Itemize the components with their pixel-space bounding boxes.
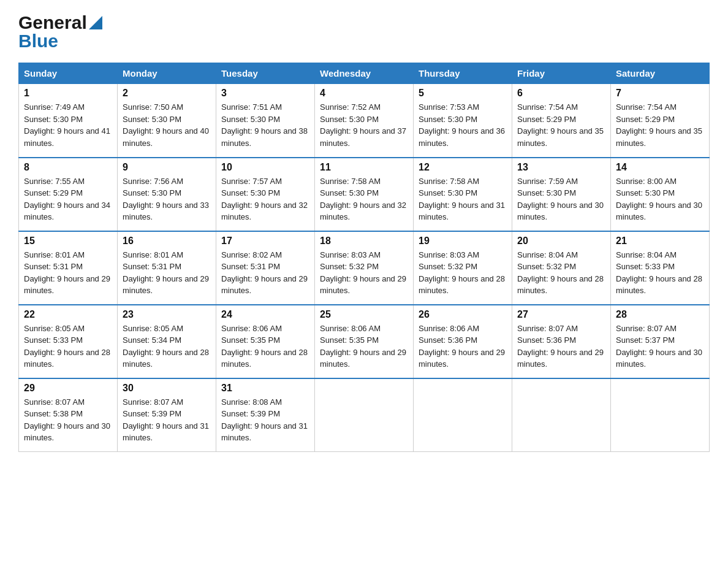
calendar-day-cell: 25Sunrise: 8:06 AMSunset: 5:35 PMDayligh… [315, 305, 414, 378]
day-info: Sunrise: 8:05 AMSunset: 5:34 PMDaylight:… [123, 324, 209, 369]
day-info: Sunrise: 8:03 AMSunset: 5:32 PMDaylight:… [419, 250, 505, 296]
day-info: Sunrise: 7:56 AMSunset: 5:30 PMDaylight:… [123, 177, 209, 222]
calendar-day-cell: 19Sunrise: 8:03 AMSunset: 5:32 PMDayligh… [414, 231, 512, 305]
logo-blue-text: Blue [18, 31, 58, 52]
calendar-header-row: Sunday Monday Tuesday Wednesday Thursday… [19, 63, 710, 84]
logo: General Blue [18, 12, 102, 52]
day-info: Sunrise: 7:58 AMSunset: 5:30 PMDaylight:… [419, 177, 505, 222]
day-number: 31 [221, 383, 309, 394]
calendar-day-cell: 22Sunrise: 8:05 AMSunset: 5:33 PMDayligh… [19, 305, 118, 378]
day-info: Sunrise: 7:50 AMSunset: 5:30 PMDaylight:… [123, 102, 209, 148]
day-number: 30 [123, 383, 211, 394]
day-info: Sunrise: 8:07 AMSunset: 5:39 PMDaylight:… [123, 397, 209, 443]
calendar-week-row: 1Sunrise: 7:49 AMSunset: 5:30 PMDaylight… [19, 84, 710, 158]
day-number: 22 [24, 309, 112, 320]
calendar-week-row: 15Sunrise: 8:01 AMSunset: 5:31 PMDayligh… [19, 231, 710, 305]
day-number: 8 [24, 162, 112, 173]
logo-triangle-icon [89, 16, 102, 29]
calendar-day-cell: 6Sunrise: 7:54 AMSunset: 5:29 PMDaylight… [512, 84, 611, 158]
header: General Blue [18, 12, 710, 52]
calendar-day-cell: 23Sunrise: 8:05 AMSunset: 5:34 PMDayligh… [118, 305, 216, 378]
day-info: Sunrise: 8:04 AMSunset: 5:32 PMDaylight:… [517, 250, 604, 296]
day-number: 28 [616, 309, 704, 320]
calendar-day-cell [315, 378, 414, 452]
day-info: Sunrise: 7:49 AMSunset: 5:30 PMDaylight:… [24, 102, 110, 148]
svg-marker-0 [89, 16, 102, 29]
day-number: 17 [221, 236, 309, 247]
calendar-day-cell: 28Sunrise: 8:07 AMSunset: 5:37 PMDayligh… [611, 305, 710, 378]
calendar-day-cell: 15Sunrise: 8:01 AMSunset: 5:31 PMDayligh… [19, 231, 118, 305]
calendar-week-row: 8Sunrise: 7:55 AMSunset: 5:29 PMDaylight… [19, 158, 710, 231]
calendar-day-cell: 30Sunrise: 8:07 AMSunset: 5:39 PMDayligh… [118, 378, 216, 452]
day-number: 23 [123, 309, 211, 320]
col-saturday: Saturday [611, 63, 710, 84]
day-number: 19 [419, 236, 507, 247]
day-info: Sunrise: 7:51 AMSunset: 5:30 PMDaylight:… [221, 102, 308, 148]
day-info: Sunrise: 8:03 AMSunset: 5:32 PMDaylight:… [320, 250, 406, 296]
day-info: Sunrise: 8:06 AMSunset: 5:36 PMDaylight:… [419, 324, 505, 369]
day-number: 2 [123, 88, 211, 99]
day-number: 5 [419, 88, 507, 99]
calendar-week-row: 22Sunrise: 8:05 AMSunset: 5:33 PMDayligh… [19, 305, 710, 378]
calendar-day-cell: 12Sunrise: 7:58 AMSunset: 5:30 PMDayligh… [414, 158, 512, 231]
calendar-day-cell: 27Sunrise: 8:07 AMSunset: 5:36 PMDayligh… [512, 305, 611, 378]
day-number: 11 [320, 162, 408, 173]
day-number: 25 [320, 309, 408, 320]
day-number: 27 [517, 309, 605, 320]
day-info: Sunrise: 8:08 AMSunset: 5:39 PMDaylight:… [221, 397, 308, 443]
calendar-day-cell: 2Sunrise: 7:50 AMSunset: 5:30 PMDaylight… [118, 84, 216, 158]
calendar-day-cell: 8Sunrise: 7:55 AMSunset: 5:29 PMDaylight… [19, 158, 118, 231]
calendar-day-cell [414, 378, 512, 452]
logo-general-text: General [18, 12, 87, 33]
col-sunday: Sunday [19, 63, 118, 84]
calendar-day-cell: 4Sunrise: 7:52 AMSunset: 5:30 PMDaylight… [315, 84, 414, 158]
day-info: Sunrise: 7:55 AMSunset: 5:29 PMDaylight:… [24, 177, 110, 222]
day-number: 15 [24, 236, 112, 247]
day-number: 12 [419, 162, 507, 173]
calendar-day-cell: 9Sunrise: 7:56 AMSunset: 5:30 PMDaylight… [118, 158, 216, 231]
day-info: Sunrise: 8:07 AMSunset: 5:37 PMDaylight:… [616, 324, 702, 369]
day-info: Sunrise: 7:54 AMSunset: 5:29 PMDaylight:… [616, 102, 702, 148]
day-number: 4 [320, 88, 408, 99]
day-number: 1 [24, 88, 112, 99]
calendar-week-row: 29Sunrise: 8:07 AMSunset: 5:38 PMDayligh… [19, 378, 710, 452]
day-number: 24 [221, 309, 309, 320]
day-info: Sunrise: 8:02 AMSunset: 5:31 PMDaylight:… [221, 250, 308, 296]
day-info: Sunrise: 8:06 AMSunset: 5:35 PMDaylight:… [320, 324, 406, 369]
day-number: 7 [616, 88, 704, 99]
calendar-day-cell: 14Sunrise: 8:00 AMSunset: 5:30 PMDayligh… [611, 158, 710, 231]
calendar-day-cell: 13Sunrise: 7:59 AMSunset: 5:30 PMDayligh… [512, 158, 611, 231]
day-number: 18 [320, 236, 408, 247]
day-number: 9 [123, 162, 211, 173]
calendar-day-cell: 24Sunrise: 8:06 AMSunset: 5:35 PMDayligh… [216, 305, 315, 378]
day-number: 3 [221, 88, 309, 99]
day-info: Sunrise: 8:06 AMSunset: 5:35 PMDaylight:… [221, 324, 308, 369]
day-number: 10 [221, 162, 309, 173]
calendar-day-cell [512, 378, 611, 452]
day-info: Sunrise: 8:01 AMSunset: 5:31 PMDaylight:… [123, 250, 209, 296]
day-number: 26 [419, 309, 507, 320]
col-monday: Monday [118, 63, 216, 84]
calendar-day-cell: 31Sunrise: 8:08 AMSunset: 5:39 PMDayligh… [216, 378, 315, 452]
calendar-day-cell: 7Sunrise: 7:54 AMSunset: 5:29 PMDaylight… [611, 84, 710, 158]
calendar-day-cell [611, 378, 710, 452]
col-thursday: Thursday [414, 63, 512, 84]
day-number: 16 [123, 236, 211, 247]
day-info: Sunrise: 8:05 AMSunset: 5:33 PMDaylight:… [24, 324, 110, 369]
col-wednesday: Wednesday [315, 63, 414, 84]
day-info: Sunrise: 7:52 AMSunset: 5:30 PMDaylight:… [320, 102, 406, 148]
day-info: Sunrise: 8:00 AMSunset: 5:30 PMDaylight:… [616, 177, 702, 222]
day-info: Sunrise: 8:07 AMSunset: 5:36 PMDaylight:… [517, 324, 604, 369]
day-info: Sunrise: 8:04 AMSunset: 5:33 PMDaylight:… [616, 250, 702, 296]
calendar-day-cell: 11Sunrise: 7:58 AMSunset: 5:30 PMDayligh… [315, 158, 414, 231]
day-info: Sunrise: 7:57 AMSunset: 5:30 PMDaylight:… [221, 177, 308, 222]
calendar-day-cell: 21Sunrise: 8:04 AMSunset: 5:33 PMDayligh… [611, 231, 710, 305]
day-info: Sunrise: 7:54 AMSunset: 5:29 PMDaylight:… [517, 102, 604, 148]
calendar-day-cell: 5Sunrise: 7:53 AMSunset: 5:30 PMDaylight… [414, 84, 512, 158]
day-number: 21 [616, 236, 704, 247]
day-number: 20 [517, 236, 605, 247]
calendar-day-cell: 20Sunrise: 8:04 AMSunset: 5:32 PMDayligh… [512, 231, 611, 305]
calendar-day-cell: 17Sunrise: 8:02 AMSunset: 5:31 PMDayligh… [216, 231, 315, 305]
day-info: Sunrise: 7:58 AMSunset: 5:30 PMDaylight:… [320, 177, 406, 222]
calendar-day-cell: 16Sunrise: 8:01 AMSunset: 5:31 PMDayligh… [118, 231, 216, 305]
